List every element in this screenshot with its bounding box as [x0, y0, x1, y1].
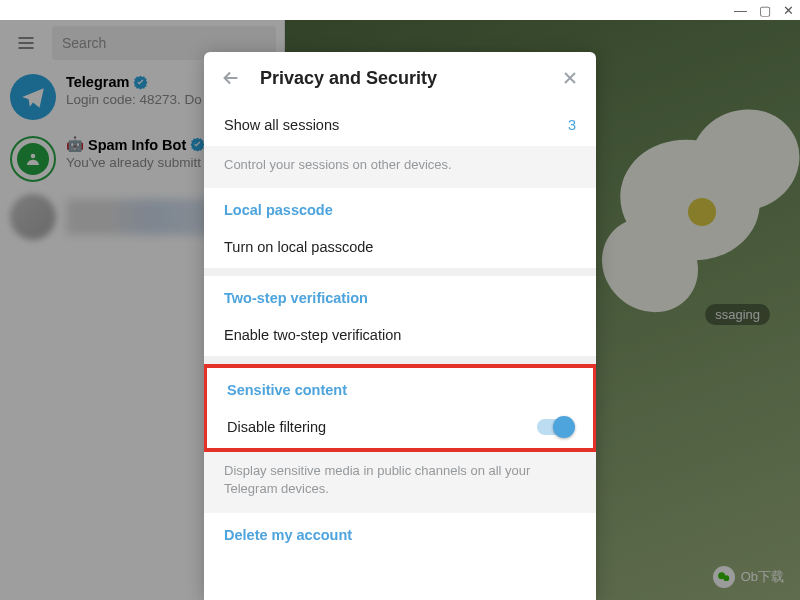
disable-filtering-toggle[interactable]	[537, 419, 573, 435]
turn-on-passcode-row[interactable]: Turn on local passcode	[204, 226, 596, 268]
minimize-button[interactable]: —	[734, 4, 747, 17]
modal-title: Privacy and Security	[260, 68, 542, 89]
delete-account-header[interactable]: Delete my account	[204, 513, 596, 551]
window-titlebar: — ▢ ✕	[0, 0, 800, 20]
disable-filtering-row[interactable]: Disable filtering	[207, 406, 593, 448]
privacy-security-modal: Privacy and Security Show all sessions 3…	[204, 52, 596, 600]
highlighted-section: Sensitive content Disable filtering	[204, 364, 596, 452]
maximize-button[interactable]: ▢	[759, 4, 771, 17]
close-window-button[interactable]: ✕	[783, 4, 794, 17]
two-step-header: Two-step verification	[204, 276, 596, 314]
sensitive-hint: Display sensitive media in public channe…	[204, 452, 596, 512]
enable-two-step-row[interactable]: Enable two-step verification	[204, 314, 596, 356]
sessions-count: 3	[568, 117, 576, 133]
local-passcode-header: Local passcode	[204, 188, 596, 226]
sensitive-content-header: Sensitive content	[207, 368, 593, 406]
show-sessions-row[interactable]: Show all sessions 3	[204, 104, 596, 146]
back-button[interactable]	[220, 67, 242, 89]
sessions-hint: Control your sessions on other devices.	[204, 146, 596, 188]
close-modal-button[interactable]	[560, 68, 580, 88]
